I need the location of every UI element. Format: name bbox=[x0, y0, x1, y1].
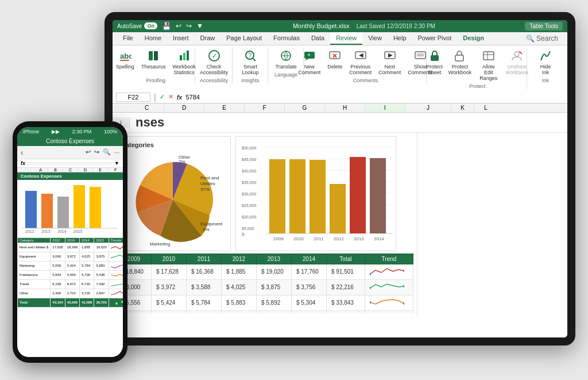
svg-rect-29 bbox=[483, 52, 494, 60]
language-label: Language bbox=[274, 72, 297, 78]
col-header-e: E bbox=[204, 103, 245, 112]
workbook-stats-button[interactable]: WorkbookStatistics bbox=[170, 48, 198, 76]
thesaurus-label: Thesaurus bbox=[141, 64, 166, 70]
hide-ink-button[interactable]: HideInk bbox=[536, 48, 555, 76]
tab-insert[interactable]: Insert bbox=[167, 32, 195, 45]
right-column bbox=[417, 133, 567, 317]
accessibility-group: ✓ CheckAccessibility Accessibility bbox=[196, 48, 233, 83]
svg-text:$25,000: $25,000 bbox=[242, 204, 256, 208]
protect-workbook-button[interactable]: ProtectWorkbook bbox=[447, 48, 473, 76]
spelling-button[interactable]: abc Spelling bbox=[114, 48, 137, 71]
phone-search-icon[interactable]: 🔍 bbox=[103, 148, 111, 156]
search-icon[interactable]: 🔍 Search bbox=[521, 34, 563, 43]
redo-icon[interactable]: ↪ bbox=[186, 22, 192, 30]
svg-text:abc: abc bbox=[120, 52, 131, 60]
phone-more-icon[interactable]: ··· bbox=[114, 149, 119, 156]
next-comment-button[interactable]: ▶ NextComment bbox=[376, 48, 403, 76]
svg-point-69 bbox=[403, 285, 404, 287]
phone-redo-icon[interactable]: ↪ bbox=[94, 148, 99, 156]
phone-time: 2:30 PM bbox=[72, 129, 92, 135]
svg-rect-2 bbox=[149, 51, 153, 60]
svg-text:$45,000: $45,000 bbox=[242, 158, 256, 162]
svg-text:?: ? bbox=[248, 52, 252, 59]
function-icon: fx bbox=[177, 94, 183, 101]
svg-text:37%: 37% bbox=[200, 187, 210, 192]
smart-lookup-icon: ? bbox=[243, 49, 257, 63]
col-header-g: G bbox=[285, 103, 325, 112]
tab-view[interactable]: View bbox=[362, 32, 388, 45]
protect-label: Protect bbox=[469, 83, 486, 89]
protect-workbook-label: ProtectWorkbook bbox=[448, 64, 471, 75]
spelling-label: Spelling bbox=[116, 64, 134, 70]
phone-formula-value[interactable] bbox=[28, 162, 112, 164]
svg-text:$5,000: $5,000 bbox=[242, 227, 254, 231]
svg-text:2014: 2014 bbox=[57, 229, 67, 233]
th-2014: 2014 bbox=[291, 254, 326, 264]
tab-design[interactable]: Design bbox=[457, 32, 490, 45]
tab-draw[interactable]: Draw bbox=[195, 32, 221, 45]
data-table: 2009 2010 2011 2012 2013 2014 Total Tren… bbox=[116, 254, 413, 313]
workbook-stats-icon bbox=[177, 49, 191, 63]
tab-review[interactable]: Review bbox=[330, 32, 362, 45]
svg-text:Utilities: Utilities bbox=[200, 181, 215, 186]
svg-rect-3 bbox=[154, 51, 158, 60]
protect-sheet-label: ProtectSheet bbox=[426, 64, 443, 75]
svg-text:2013: 2013 bbox=[354, 236, 364, 241]
formula-cancel: ✕ bbox=[168, 93, 173, 101]
th-total: Total bbox=[326, 254, 365, 264]
smart-lookup-button[interactable]: ? SmartLookup bbox=[239, 48, 261, 76]
accessibility-label: Accessibility bbox=[200, 78, 228, 83]
svg-rect-75 bbox=[41, 194, 53, 228]
phone-chart-area: 2012 2013 2014 2015 bbox=[17, 180, 123, 237]
tab-home[interactable]: Home bbox=[139, 32, 167, 45]
svg-rect-27 bbox=[431, 55, 439, 61]
phone-col-e: E bbox=[93, 168, 108, 172]
allow-edit-ranges-button[interactable]: Allow EditRanges bbox=[475, 48, 501, 82]
ink-buttons: HideInk bbox=[536, 48, 555, 76]
tab-file[interactable]: File bbox=[117, 32, 139, 45]
insights-buttons: ? SmartLookup bbox=[239, 48, 261, 76]
tab-power-pivot[interactable]: Power Pivot bbox=[412, 32, 458, 45]
svg-text:2010: 2010 bbox=[293, 236, 304, 241]
phone-col-a: A bbox=[33, 168, 48, 172]
tab-page-layout[interactable]: Page Layout bbox=[220, 32, 268, 45]
phone-col-f: F bbox=[108, 168, 123, 172]
autosave-toggle[interactable]: On bbox=[144, 22, 157, 29]
svg-point-67 bbox=[403, 270, 404, 272]
tab-formulas[interactable]: Formulas bbox=[268, 32, 305, 45]
save-icon[interactable]: 💾 bbox=[162, 22, 171, 30]
quick-access-icon[interactable]: ▼ bbox=[196, 22, 203, 30]
cell-reference-input[interactable]: F22 bbox=[116, 93, 150, 102]
ink-group: HideInk Ink bbox=[528, 48, 563, 83]
phone-undo-icon[interactable]: ↩ bbox=[86, 148, 91, 156]
phone-formula-chevron[interactable]: ▼ bbox=[114, 160, 119, 166]
phone-row-other: Other2,4602,7243,7202,847 bbox=[18, 289, 123, 298]
allow-edit-ranges-label: Allow EditRanges bbox=[478, 64, 499, 81]
col-header-f: F bbox=[245, 103, 285, 112]
protect-sheet-button[interactable]: ProtectSheet bbox=[424, 48, 444, 76]
new-comment-button[interactable]: + NewComment bbox=[296, 48, 323, 76]
accessibility-buttons: ✓ CheckAccessibility bbox=[198, 48, 230, 76]
formula-bar: F22 | ✓ ✕ fx 5784 bbox=[113, 91, 567, 103]
unshare-workbook-button[interactable]: UnshareWorkbook bbox=[504, 48, 530, 76]
formula-input[interactable]: 5784 bbox=[185, 94, 564, 101]
delete-comment-icon bbox=[328, 49, 342, 63]
svg-point-70 bbox=[370, 301, 371, 304]
phone-row-rent: Rent and Utilities $17,62818,3681,88519,… bbox=[18, 243, 123, 252]
delete-comment-button[interactable]: Delete bbox=[325, 48, 345, 71]
phone-back-button[interactable]: ‹ bbox=[21, 148, 24, 157]
svg-rect-76 bbox=[57, 197, 69, 228]
phone-data-table: Category 2012 2013 2014 2015 Trends Rent… bbox=[17, 237, 123, 308]
phone-row-marketing: Marketing5,5565,4245,7845,883 bbox=[18, 261, 123, 270]
check-accessibility-button[interactable]: ✓ CheckAccessibility bbox=[198, 48, 230, 76]
tab-data[interactable]: Data bbox=[305, 32, 330, 45]
proofing-label: Proofing bbox=[146, 78, 166, 83]
undo-icon[interactable]: ↩ bbox=[176, 22, 181, 30]
translate-button[interactable]: Translate bbox=[273, 48, 299, 71]
thesaurus-button[interactable]: Thesaurus bbox=[139, 48, 168, 71]
sheet-title: nses bbox=[130, 113, 170, 132]
previous-comment-button[interactable]: ◀ PreviousComment bbox=[347, 48, 374, 76]
svg-rect-77 bbox=[74, 185, 85, 228]
workbook-stats-label: WorkbookStatistics bbox=[172, 64, 195, 75]
tab-help[interactable]: Help bbox=[388, 32, 412, 45]
